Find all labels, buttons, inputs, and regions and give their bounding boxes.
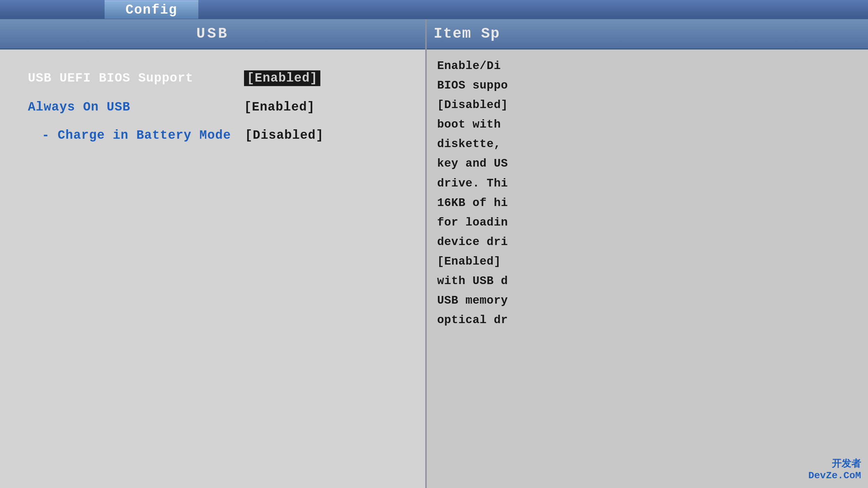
item-panel-line: boot with: [437, 115, 858, 135]
watermark: 开发者 DevZe.CoM: [808, 457, 861, 481]
usb-panel: USB USB UEFI BIOS Support [Enabled] Alwa…: [0, 19, 425, 488]
item-panel-header: Item Sp: [427, 19, 868, 49]
item-panel-line: 16KB of hi: [437, 193, 858, 213]
item-panel-line: [Disabled]: [437, 96, 858, 115]
bios-row-always-on[interactable]: Always On USB [Enabled]: [28, 100, 397, 114]
item-panel-line: with USB d: [437, 272, 858, 291]
item-panel-line: diskette,: [437, 135, 858, 154]
item-panel-line: optical dr: [437, 311, 858, 330]
usb-uefi-value[interactable]: [Enabled]: [244, 70, 320, 86]
usb-panel-header: USB: [0, 19, 425, 49]
always-on-label: Always On USB: [28, 100, 230, 114]
item-panel-line: device dri: [437, 232, 858, 252]
item-panel-line: USB memory: [437, 291, 858, 311]
bios-row-charge[interactable]: - Charge in Battery Mode [Disabled]: [28, 128, 397, 143]
top-navigation-bar: Config: [0, 0, 868, 19]
charge-battery-value[interactable]: [Disabled]: [245, 128, 323, 143]
item-panel-line: drive. Thi: [437, 174, 858, 193]
bios-row-usb-uefi[interactable]: USB UEFI BIOS Support [Enabled]: [28, 70, 397, 86]
item-panel-title: Item Sp: [434, 25, 500, 42]
item-panel-line: BIOS suppo: [437, 76, 858, 96]
main-layout: USB USB UEFI BIOS Support [Enabled] Alwa…: [0, 19, 868, 488]
usb-panel-title: USB: [196, 25, 229, 42]
watermark-line1: 开发者: [808, 457, 861, 470]
config-tab[interactable]: Config: [105, 0, 198, 19]
usb-uefi-label: USB UEFI BIOS Support: [28, 71, 230, 85]
always-on-value[interactable]: [Enabled]: [244, 100, 315, 114]
item-panel-content: Enable/DiBIOS suppo[Disabled]boot withdi…: [427, 49, 868, 488]
item-panel-line: Enable/Di: [437, 56, 858, 76]
item-panel: Item Sp Enable/DiBIOS suppo[Disabled]boo…: [427, 19, 868, 488]
charge-battery-label: - Charge in Battery Mode: [28, 128, 231, 143]
item-panel-line: [Enabled]: [437, 252, 858, 272]
watermark-line2: DevZe.CoM: [808, 470, 861, 481]
item-panel-line: key and US: [437, 154, 858, 174]
item-panel-line: for loadin: [437, 213, 858, 232]
usb-panel-content: USB UEFI BIOS Support [Enabled] Always O…: [0, 49, 425, 488]
